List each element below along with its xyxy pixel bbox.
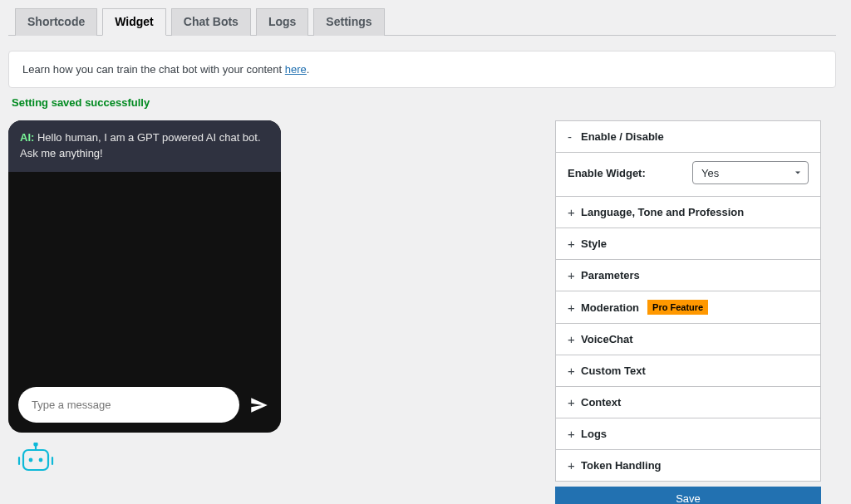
accordion-title: VoiceChat [581, 333, 633, 345]
accordion-token-handling[interactable]: + Token Handling [556, 450, 820, 481]
save-button[interactable]: Save [555, 487, 821, 504]
send-icon [248, 394, 270, 416]
pro-badge: Pro Feature [647, 300, 708, 315]
accordion-title: Style [581, 237, 607, 250]
accordion-title: Token Handling [581, 459, 662, 472]
accordion-title: Moderation [581, 301, 639, 314]
enable-widget-row: Enable Widget: Yes [556, 153, 820, 197]
settings-panel: - Enable / Disable Enable Widget: Yes + … [555, 120, 821, 482]
chat-input[interactable] [18, 387, 239, 423]
svg-point-4 [39, 458, 43, 462]
tab-logs[interactable]: Logs [256, 8, 308, 36]
accordion-logs[interactable]: + Logs [556, 418, 820, 450]
enable-widget-label: Enable Widget: [568, 167, 646, 179]
ai-label: AI: [20, 131, 34, 144]
accordion-title: Parameters [581, 269, 640, 281]
plus-icon: + [568, 458, 576, 472]
svg-point-1 [34, 443, 37, 445]
accordion-voicechat[interactable]: + VoiceChat [556, 324, 820, 355]
svg-point-3 [29, 458, 33, 462]
chat-body [8, 172, 281, 379]
notice-link[interactable]: here [285, 63, 307, 76]
accordion-language[interactable]: + Language, Tone and Profession [556, 197, 820, 228]
accordion-title: Custom Text [581, 365, 646, 377]
accordion-enable-disable[interactable]: - Enable / Disable [556, 121, 820, 153]
accordion-title: Enable / Disable [581, 130, 664, 143]
accordion-title: Language, Tone and Profession [581, 206, 744, 218]
send-button[interactable] [248, 394, 271, 417]
accordion-custom-text[interactable]: + Custom Text [556, 355, 820, 387]
success-message: Setting saved successfully [12, 96, 836, 109]
accordion-context[interactable]: + Context [556, 387, 820, 418]
nav-tabs: Shortcode Widget Chat Bots Logs Settings [8, 8, 836, 36]
plus-icon: + [568, 301, 576, 315]
accordion-moderation[interactable]: + Moderation Pro Feature [556, 291, 820, 324]
svg-rect-2 [23, 450, 48, 470]
chat-input-row [8, 379, 281, 433]
enable-widget-select[interactable]: Yes [692, 161, 809, 184]
accordion-parameters[interactable]: + Parameters [556, 260, 820, 291]
plus-icon: + [568, 332, 576, 346]
tab-widget[interactable]: Widget [102, 8, 166, 36]
minus-icon: - [568, 130, 576, 144]
accordion-title: Logs [581, 428, 607, 440]
notice-text: Learn how you can train the chat bot wit… [22, 63, 285, 76]
tab-chat-bots[interactable]: Chat Bots [171, 8, 251, 36]
plus-icon: + [568, 427, 576, 441]
plus-icon: + [568, 237, 576, 251]
chat-greeting: AI: Hello human, I am a GPT powered AI c… [8, 120, 281, 172]
greeting-text: Hello human, I am a GPT powered AI chat … [20, 131, 261, 159]
plus-icon: + [568, 395, 576, 409]
accordion-style[interactable]: + Style [556, 228, 820, 260]
info-notice: Learn how you can train the chat bot wit… [8, 51, 836, 88]
robot-icon [17, 443, 283, 478]
plus-icon: + [568, 205, 576, 219]
tab-settings[interactable]: Settings [313, 8, 384, 36]
plus-icon: + [568, 268, 576, 282]
accordion-title: Context [581, 396, 621, 409]
chat-widget: AI: Hello human, I am a GPT powered AI c… [8, 120, 281, 433]
tab-shortcode[interactable]: Shortcode [15, 8, 97, 36]
plus-icon: + [568, 364, 576, 378]
